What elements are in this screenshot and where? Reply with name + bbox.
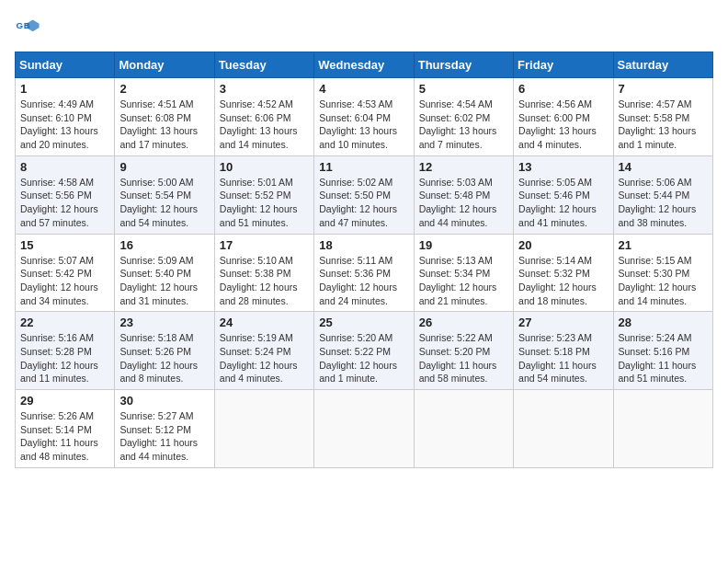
- day-info: Sunrise: 5:09 AMSunset: 5:40 PMDaylight:…: [119, 255, 198, 306]
- calendar-cell: [613, 390, 712, 468]
- calendar-cell: 4 Sunrise: 4:53 AMSunset: 6:04 PMDayligh…: [314, 78, 414, 156]
- calendar-cell: 21 Sunrise: 5:15 AMSunset: 5:30 PMDaylig…: [613, 234, 712, 312]
- day-info: Sunrise: 5:13 AMSunset: 5:34 PMDaylight:…: [419, 255, 497, 306]
- calendar-cell: 1 Sunrise: 4:49 AMSunset: 6:10 PMDayligh…: [16, 78, 115, 156]
- day-info: Sunrise: 5:14 AMSunset: 5:32 PMDaylight:…: [518, 255, 597, 306]
- day-number: 4: [319, 82, 408, 96]
- day-number: 11: [319, 160, 408, 174]
- day-number: 8: [20, 160, 109, 174]
- day-number: 10: [220, 160, 309, 174]
- calendar-cell: 28 Sunrise: 5:24 AMSunset: 5:16 PMDaylig…: [613, 312, 712, 390]
- calendar-cell: 8 Sunrise: 4:58 AMSunset: 5:56 PMDayligh…: [16, 155, 115, 234]
- day-number: 2: [119, 82, 209, 96]
- calendar-cell: 18 Sunrise: 5:11 AMSunset: 5:36 PMDaylig…: [314, 234, 414, 312]
- day-info: Sunrise: 4:57 AMSunset: 5:58 PMDaylight:…: [619, 98, 697, 150]
- day-info: Sunrise: 5:23 AMSunset: 5:18 PMDaylight:…: [518, 332, 597, 384]
- day-number: 28: [619, 316, 708, 329]
- calendar-cell: 24 Sunrise: 5:19 AMSunset: 5:24 PMDaylig…: [214, 312, 313, 390]
- logo: G B: [15, 15, 44, 40]
- day-number: 21: [619, 238, 708, 252]
- day-info: Sunrise: 5:01 AMSunset: 5:52 PMDaylight:…: [220, 177, 298, 228]
- calendar-week-3: 15 Sunrise: 5:07 AMSunset: 5:42 PMDaylig…: [16, 234, 713, 312]
- calendar-cell: 6 Sunrise: 4:56 AMSunset: 6:00 PMDayligh…: [514, 78, 613, 156]
- day-info: Sunrise: 5:27 AMSunset: 5:12 PMDaylight:…: [119, 410, 198, 462]
- calendar-cell: 25 Sunrise: 5:20 AMSunset: 5:22 PMDaylig…: [314, 312, 414, 390]
- day-info: Sunrise: 4:49 AMSunset: 6:10 PMDaylight:…: [20, 98, 98, 150]
- day-info: Sunrise: 4:56 AMSunset: 6:00 PMDaylight:…: [518, 98, 597, 150]
- calendar-week-4: 22 Sunrise: 5:16 AMSunset: 5:28 PMDaylig…: [16, 312, 713, 390]
- calendar-cell: 19 Sunrise: 5:13 AMSunset: 5:34 PMDaylig…: [414, 234, 513, 312]
- day-number: 3: [220, 82, 309, 96]
- calendar-table: SundayMondayTuesdayWednesdayThursdayFrid…: [15, 52, 713, 468]
- day-number: 30: [119, 394, 209, 408]
- calendar-cell: 7 Sunrise: 4:57 AMSunset: 5:58 PMDayligh…: [613, 78, 712, 156]
- calendar-cell: 17 Sunrise: 5:10 AMSunset: 5:38 PMDaylig…: [214, 234, 313, 312]
- calendar-header-monday: Monday: [115, 52, 214, 78]
- calendar-week-1: 1 Sunrise: 4:49 AMSunset: 6:10 PMDayligh…: [16, 78, 713, 156]
- day-number: 19: [419, 238, 508, 252]
- day-number: 26: [419, 316, 508, 329]
- day-number: 14: [619, 160, 708, 174]
- calendar-cell: 10 Sunrise: 5:01 AMSunset: 5:52 PMDaylig…: [214, 155, 313, 234]
- page-header: G B: [15, 15, 713, 40]
- day-number: 29: [20, 394, 109, 408]
- day-info: Sunrise: 5:05 AMSunset: 5:46 PMDaylight:…: [518, 177, 597, 228]
- day-number: 27: [518, 316, 608, 329]
- calendar-cell: 22 Sunrise: 5:16 AMSunset: 5:28 PMDaylig…: [16, 312, 115, 390]
- day-number: 9: [119, 160, 209, 174]
- calendar-cell: 9 Sunrise: 5:00 AMSunset: 5:54 PMDayligh…: [115, 155, 214, 234]
- day-info: Sunrise: 5:06 AMSunset: 5:44 PMDaylight:…: [619, 177, 697, 228]
- day-number: 1: [20, 82, 109, 96]
- day-number: 15: [20, 238, 109, 252]
- day-number: 23: [119, 316, 209, 329]
- day-number: 24: [220, 316, 309, 329]
- calendar-cell: [414, 390, 513, 468]
- calendar-header-thursday: Thursday: [414, 52, 513, 78]
- day-number: 22: [20, 316, 109, 329]
- calendar-header-sunday: Sunday: [16, 52, 115, 78]
- day-info: Sunrise: 5:22 AMSunset: 5:20 PMDaylight:…: [419, 332, 497, 384]
- calendar-cell: 15 Sunrise: 5:07 AMSunset: 5:42 PMDaylig…: [16, 234, 115, 312]
- day-info: Sunrise: 5:24 AMSunset: 5:16 PMDaylight:…: [619, 332, 697, 384]
- day-info: Sunrise: 5:03 AMSunset: 5:48 PMDaylight:…: [419, 177, 497, 228]
- calendar-cell: 30 Sunrise: 5:27 AMSunset: 5:12 PMDaylig…: [115, 390, 214, 468]
- day-info: Sunrise: 5:20 AMSunset: 5:22 PMDaylight:…: [319, 332, 397, 384]
- calendar-header-row: SundayMondayTuesdayWednesdayThursdayFrid…: [16, 52, 713, 78]
- day-number: 5: [419, 82, 508, 96]
- calendar-cell: 27 Sunrise: 5:23 AMSunset: 5:18 PMDaylig…: [514, 312, 613, 390]
- day-info: Sunrise: 5:26 AMSunset: 5:14 PMDaylight:…: [20, 410, 98, 462]
- day-info: Sunrise: 5:11 AMSunset: 5:36 PMDaylight:…: [319, 255, 397, 306]
- day-info: Sunrise: 5:16 AMSunset: 5:28 PMDaylight:…: [20, 332, 98, 384]
- calendar-cell: 16 Sunrise: 5:09 AMSunset: 5:40 PMDaylig…: [115, 234, 214, 312]
- calendar-cell: [314, 390, 414, 468]
- day-number: 6: [518, 82, 608, 96]
- calendar-cell: 2 Sunrise: 4:51 AMSunset: 6:08 PMDayligh…: [115, 78, 214, 156]
- calendar-body: 1 Sunrise: 4:49 AMSunset: 6:10 PMDayligh…: [16, 78, 713, 468]
- day-info: Sunrise: 5:02 AMSunset: 5:50 PMDaylight:…: [319, 177, 397, 228]
- day-info: Sunrise: 4:54 AMSunset: 6:02 PMDaylight:…: [419, 98, 497, 150]
- day-info: Sunrise: 4:51 AMSunset: 6:08 PMDaylight:…: [119, 98, 198, 150]
- day-number: 18: [319, 238, 408, 252]
- day-info: Sunrise: 5:19 AMSunset: 5:24 PMDaylight:…: [220, 332, 298, 384]
- day-info: Sunrise: 5:10 AMSunset: 5:38 PMDaylight:…: [220, 255, 298, 306]
- calendar-week-2: 8 Sunrise: 4:58 AMSunset: 5:56 PMDayligh…: [16, 155, 713, 234]
- logo-icon: G B: [15, 15, 40, 40]
- calendar-header-wednesday: Wednesday: [314, 52, 414, 78]
- calendar-cell: 29 Sunrise: 5:26 AMSunset: 5:14 PMDaylig…: [16, 390, 115, 468]
- day-info: Sunrise: 5:18 AMSunset: 5:26 PMDaylight:…: [119, 332, 198, 384]
- calendar-cell: 11 Sunrise: 5:02 AMSunset: 5:50 PMDaylig…: [314, 155, 414, 234]
- calendar-cell: [214, 390, 313, 468]
- calendar-cell: 20 Sunrise: 5:14 AMSunset: 5:32 PMDaylig…: [514, 234, 613, 312]
- day-number: 17: [220, 238, 309, 252]
- calendar-cell: [514, 390, 613, 468]
- calendar-cell: 23 Sunrise: 5:18 AMSunset: 5:26 PMDaylig…: [115, 312, 214, 390]
- calendar-cell: 26 Sunrise: 5:22 AMSunset: 5:20 PMDaylig…: [414, 312, 513, 390]
- day-info: Sunrise: 4:58 AMSunset: 5:56 PMDaylight:…: [20, 177, 98, 228]
- calendar-cell: 3 Sunrise: 4:52 AMSunset: 6:06 PMDayligh…: [214, 78, 313, 156]
- svg-text:G: G: [16, 20, 23, 30]
- calendar-header-friday: Friday: [514, 52, 613, 78]
- calendar-week-5: 29 Sunrise: 5:26 AMSunset: 5:14 PMDaylig…: [16, 390, 713, 468]
- calendar-cell: 12 Sunrise: 5:03 AMSunset: 5:48 PMDaylig…: [414, 155, 513, 234]
- day-info: Sunrise: 5:07 AMSunset: 5:42 PMDaylight:…: [20, 255, 98, 306]
- day-info: Sunrise: 5:15 AMSunset: 5:30 PMDaylight:…: [619, 255, 697, 306]
